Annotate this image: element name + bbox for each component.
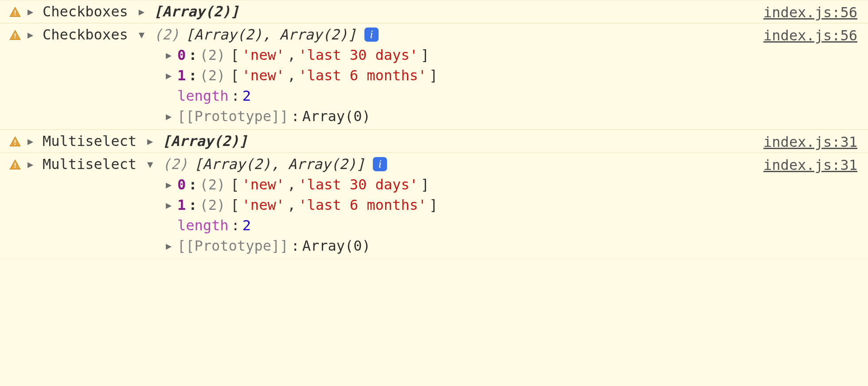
source-link[interactable]: index.js:56	[763, 4, 857, 21]
item-length: (2)	[200, 47, 226, 63]
bracket-open: [	[231, 197, 239, 213]
warning-icon	[9, 5, 21, 18]
console-row: index.js:31 Multiselect[Array(2)]	[0, 130, 868, 153]
expand-value-toggle[interactable]	[139, 29, 148, 40]
log-label: Checkboxes	[43, 26, 128, 43]
array-length-prefix: (2)	[154, 26, 180, 43]
expand-label-toggle[interactable]	[27, 6, 36, 17]
bracket-close: ]	[429, 67, 438, 84]
expand-value-toggle[interactable]	[139, 6, 148, 17]
expand-prototype-toggle[interactable]	[166, 111, 175, 122]
item-index: 0	[177, 47, 186, 63]
prototype-property[interactable]: [[Prototype]]: Array(0)	[166, 236, 859, 256]
log-label: Multiselect	[43, 156, 137, 173]
console-row-header: Multiselect[Array(2)]	[9, 133, 859, 150]
svg-rect-7	[15, 167, 16, 168]
console-row-header: Multiselect(2)[Array(2), Array(2)]i	[9, 156, 859, 173]
array-summary-expanded[interactable]: [Array(2), Array(2)]	[185, 26, 356, 43]
bracket-close: ]	[421, 47, 429, 63]
property-value: 2	[242, 217, 251, 234]
svg-rect-5	[15, 144, 16, 145]
property-name: length	[177, 87, 229, 104]
property-value: Array(0)	[302, 237, 371, 254]
expand-value-toggle[interactable]	[147, 136, 156, 147]
length-property: length: 2	[166, 215, 859, 236]
string-value: 'last 30 days'	[298, 47, 418, 63]
separator: ,	[287, 67, 296, 84]
array-item[interactable]: 1: (2) ['new', 'last 6 months']	[166, 195, 859, 215]
array-item[interactable]: 1: (2) ['new', 'last 6 months']	[166, 65, 859, 86]
item-length: (2)	[200, 197, 226, 213]
array-item[interactable]: 0: (2) ['new', 'last 30 days']	[166, 45, 859, 65]
expand-item-toggle[interactable]	[166, 70, 175, 81]
separator: ,	[287, 176, 296, 193]
property-name: [[Prototype]]	[177, 237, 288, 254]
console-row-header: Checkboxes[Array(2)]	[9, 3, 859, 20]
array-length-prefix: (2)	[162, 156, 188, 173]
property-name: [[Prototype]]	[177, 108, 288, 125]
svg-rect-2	[15, 33, 16, 36]
string-value: 'last 30 days'	[298, 176, 418, 193]
console-row-header: Checkboxes(2)[Array(2), Array(2)]i	[9, 26, 859, 43]
console-row: index.js:31 Multiselect(2)[Array(2), Arr…	[0, 153, 868, 259]
array-summary-expanded[interactable]: [Array(2), Array(2)]	[194, 156, 365, 173]
item-length: (2)	[200, 176, 226, 193]
source-link[interactable]: index.js:31	[763, 134, 857, 150]
array-summary-collapsed[interactable]: [Array(2)]	[162, 133, 248, 150]
array-summary-collapsed[interactable]: [Array(2)]	[154, 3, 239, 20]
expand-label-toggle[interactable]	[27, 159, 36, 170]
source-link[interactable]: index.js:56	[763, 27, 857, 44]
property-value: 2	[242, 87, 251, 104]
info-icon[interactable]: i	[373, 157, 387, 171]
object-children: 0: (2) ['new', 'last 30 days']1: (2) ['n…	[166, 45, 859, 126]
expand-label-toggle[interactable]	[27, 136, 36, 147]
item-length: (2)	[200, 67, 226, 84]
bracket-open: [	[231, 47, 239, 63]
info-icon[interactable]: i	[364, 28, 379, 42]
string-value: 'new'	[242, 197, 285, 213]
colon: :	[188, 67, 197, 84]
bracket-close: ]	[421, 176, 429, 193]
array-item[interactable]: 0: (2) ['new', 'last 30 days']	[166, 174, 859, 195]
expand-prototype-toggle[interactable]	[166, 240, 175, 252]
colon: :	[188, 197, 197, 213]
property-name: length	[177, 217, 229, 234]
separator: ,	[287, 47, 296, 63]
warning-icon	[9, 158, 21, 170]
separator: ,	[287, 197, 296, 213]
svg-rect-0	[15, 10, 16, 13]
colon: :	[188, 47, 197, 63]
string-value: 'last 6 months'	[298, 67, 426, 84]
expand-value-toggle[interactable]	[147, 159, 156, 170]
prototype-property[interactable]: [[Prototype]]: Array(0)	[166, 106, 859, 126]
svg-rect-1	[15, 14, 16, 15]
string-value: 'new'	[242, 176, 285, 193]
console-row: index.js:56 Checkboxes(2)[Array(2), Arra…	[0, 23, 868, 130]
colon: :	[188, 176, 197, 193]
item-index: 1	[177, 67, 186, 84]
property-value: Array(0)	[302, 108, 371, 125]
expand-label-toggle[interactable]	[27, 29, 36, 40]
svg-rect-3	[15, 37, 16, 38]
console-row: index.js:56 Checkboxes[Array(2)]	[0, 0, 868, 23]
svg-rect-6	[15, 163, 16, 166]
item-index: 0	[177, 176, 186, 193]
length-property: length: 2	[166, 86, 859, 106]
expand-item-toggle[interactable]	[166, 179, 175, 190]
item-index: 1	[177, 197, 186, 213]
log-label: Multiselect	[43, 133, 137, 150]
log-label: Checkboxes	[43, 3, 128, 20]
source-link[interactable]: index.js:31	[763, 157, 857, 173]
expand-item-toggle[interactable]	[166, 200, 175, 211]
string-value: 'new'	[242, 67, 285, 84]
string-value: 'new'	[242, 47, 285, 63]
warning-icon	[9, 28, 21, 41]
expand-item-toggle[interactable]	[166, 50, 175, 61]
warning-icon	[9, 135, 21, 147]
bracket-open: [	[231, 67, 239, 84]
bracket-open: [	[231, 176, 239, 193]
svg-rect-4	[15, 140, 16, 143]
bracket-close: ]	[429, 197, 438, 213]
string-value: 'last 6 months'	[298, 197, 426, 213]
object-children: 0: (2) ['new', 'last 30 days']1: (2) ['n…	[166, 174, 859, 256]
